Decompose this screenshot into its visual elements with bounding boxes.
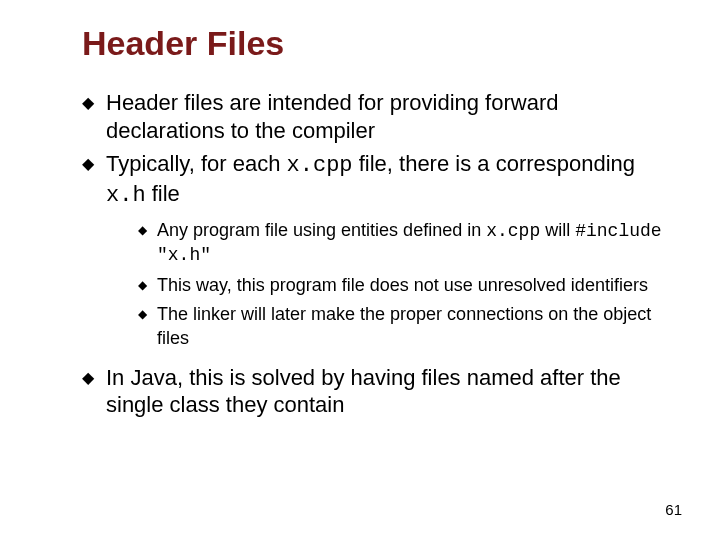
- text-run: file: [146, 181, 180, 206]
- diamond-bullet-icon: ◆: [82, 150, 94, 178]
- bullet-text: Any program file using entities defined …: [157, 219, 680, 268]
- code-run: x.cpp: [287, 153, 353, 178]
- diamond-bullet-icon: ◆: [138, 274, 147, 296]
- bullet-text: Typically, for each x.cpp file, there is…: [106, 150, 680, 209]
- bullet-text: The linker will later make the proper co…: [157, 303, 680, 350]
- text-run: will: [540, 220, 575, 240]
- diamond-bullet-icon: ◆: [138, 219, 147, 241]
- bullet-text: This way, this program file does not use…: [157, 274, 680, 297]
- text-run: Any program file using entities defined …: [157, 220, 486, 240]
- diamond-bullet-icon: ◆: [82, 364, 94, 392]
- diamond-bullet-icon: ◆: [138, 303, 147, 325]
- bullet-text: Header files are intended for providing …: [106, 89, 680, 144]
- code-run: x.cpp: [486, 221, 540, 241]
- nested-bullet-item: ◆ This way, this program file does not u…: [60, 274, 680, 297]
- text-run: file, there is a corresponding: [353, 151, 636, 176]
- slide-title: Header Files: [82, 24, 680, 63]
- code-run: x.h: [106, 183, 146, 208]
- bullet-item: ◆ In Java, this is solved by having file…: [60, 364, 680, 419]
- nested-bullet-list: ◆ Any program file using entities define…: [60, 219, 680, 350]
- text-run: Typically, for each: [106, 151, 287, 176]
- bullet-item: ◆ Header files are intended for providin…: [60, 89, 680, 144]
- nested-bullet-item: ◆ The linker will later make the proper …: [60, 303, 680, 350]
- nested-bullet-item: ◆ Any program file using entities define…: [60, 219, 680, 268]
- page-number: 61: [665, 501, 682, 518]
- slide: Header Files ◆ Header files are intended…: [0, 0, 720, 540]
- bullet-text: In Java, this is solved by having files …: [106, 364, 680, 419]
- bullet-item: ◆ Typically, for each x.cpp file, there …: [60, 150, 680, 209]
- diamond-bullet-icon: ◆: [82, 89, 94, 117]
- bullet-list: ◆ Header files are intended for providin…: [60, 89, 680, 419]
